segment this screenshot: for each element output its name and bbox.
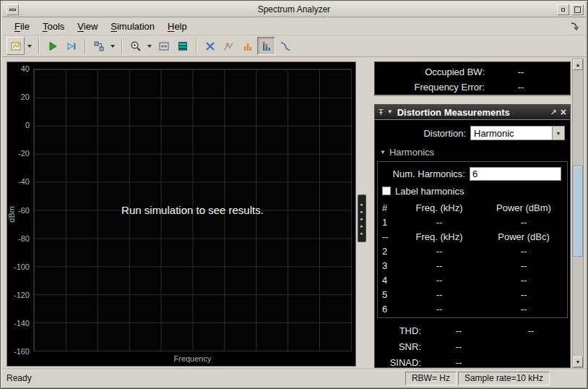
harmonics-table-header-dbm: # Freq. (kHz) Power (dBm) <box>379 200 566 215</box>
distortion-type-value: Harmonic <box>471 128 552 139</box>
undock-icon[interactable]: ↗ <box>550 108 557 116</box>
toolbar-separator <box>121 38 122 54</box>
harmonic-row-2: 2 -- -- <box>379 244 566 258</box>
harmonic-row-5: 5 -- -- <box>379 287 566 302</box>
occupied-bw-label: Occupied BW: <box>375 67 485 77</box>
scroll-up-icon: ▲ <box>576 62 581 67</box>
window-title: Spectrum Analyzer <box>2 4 586 14</box>
simulation-source-dropdown[interactable] <box>108 37 117 55</box>
expander-arrow-icon: ▸ <box>360 223 363 228</box>
toolbar <box>2 35 586 57</box>
frequency-error-row: Frequency Error: -- <box>375 80 570 95</box>
section-collapse-icon: ▼ <box>380 149 386 155</box>
titlebar: Spectrum Analyzer <box>2 2 586 17</box>
harmonic-row-1: 1 -- -- <box>379 215 566 229</box>
menu-simulation[interactable]: Simulation <box>104 19 161 34</box>
distortion-type-row: Distortion: Harmonic ▼ <box>375 125 570 141</box>
spectrogram-button[interactable] <box>173 37 191 55</box>
minimize-button[interactable] <box>557 4 569 15</box>
spectrum-settings-dropdown[interactable] <box>25 37 34 55</box>
num-harmonics-label: Num. Harmonics: <box>379 168 465 179</box>
toolbar-collapse-icon[interactable] <box>568 20 580 32</box>
scroll-down-button[interactable]: ▼ <box>573 356 583 367</box>
y-tick: 20 <box>21 93 30 101</box>
label-harmonics-label: Label harmonics <box>395 186 464 197</box>
y-tick: -120 <box>14 291 30 299</box>
harmonic-row-3: 3 -- -- <box>379 258 566 273</box>
scroll-down-icon: ▼ <box>576 359 581 364</box>
menu-tools[interactable]: Tools <box>36 19 71 34</box>
dock-pin-icon[interactable]: Ŧ <box>379 108 384 116</box>
ccdf-measurements-button[interactable] <box>276 37 294 55</box>
simulation-source-button[interactable] <box>90 37 108 55</box>
plot-message: Run simulation to see results. <box>116 202 269 217</box>
peak-finder-button[interactable] <box>220 37 238 55</box>
num-harmonics-row: Num. Harmonics: <box>379 166 566 181</box>
zoom-button[interactable] <box>126 37 144 55</box>
scroll-up-button[interactable]: ▲ <box>573 59 583 70</box>
y-tick: -60 <box>18 206 30 215</box>
combo-dropdown-icon[interactable]: ▼ <box>552 127 564 140</box>
expander-arrow-icon: ▸ <box>360 202 363 207</box>
panel-scrollbar[interactable]: ▲ ▼ <box>572 59 584 368</box>
harmonics-table-header-dbc: -- Freq. (kHz) Power (dBc) <box>379 229 566 244</box>
snr-label: SNR: <box>375 341 421 352</box>
scrollbar-thumb[interactable] <box>573 166 583 257</box>
distortion-type-label: Distortion: <box>375 128 466 139</box>
num-harmonics-input[interactable] <box>470 167 561 181</box>
harmonics-section-toggle[interactable]: ▼ Harmonics <box>375 147 570 158</box>
close-panel-icon[interactable]: × <box>561 107 566 117</box>
minimize-icon <box>561 8 565 12</box>
menu-file[interactable]: File <box>8 19 36 34</box>
channel-measurements-panel-bottom: Occupied BW: -- Frequency Error: -- <box>374 61 571 96</box>
frequency-error-value: -- <box>485 82 557 93</box>
occupied-bw-value: -- <box>485 67 557 77</box>
expander-arrow-icon: ▸ <box>360 216 363 221</box>
harmonic-row-6: 6 -- -- <box>379 302 566 316</box>
window-menu-icon <box>9 9 16 11</box>
thd-value-2: -- <box>496 325 566 336</box>
occupied-bw-row: Occupied BW: -- <box>375 64 570 80</box>
spectrum-analyzer-window: Spectrum Analyzer File Tools View Simula… <box>0 0 588 389</box>
panel-collapse-icon[interactable]: ▼ <box>387 109 393 115</box>
distortion-measurements-button[interactable] <box>257 37 275 55</box>
thd-label: THD: <box>375 325 421 336</box>
step-forward-button[interactable] <box>62 37 80 55</box>
menu-view[interactable]: View <box>71 19 104 34</box>
y-tick: 40 <box>21 64 30 73</box>
distortion-type-select[interactable]: Harmonic ▼ <box>470 126 565 140</box>
sinad-row: SINAD: -- <box>375 355 570 368</box>
cursor-measurements-button[interactable] <box>201 37 219 55</box>
spectrum-settings-button[interactable] <box>7 37 25 55</box>
span-full-view-button[interactable] <box>155 37 173 55</box>
maximize-button[interactable] <box>571 4 584 15</box>
menubar: File Tools View Simulation Help <box>2 17 586 35</box>
window-menu-button[interactable] <box>7 4 19 15</box>
toolbar-separator <box>196 38 196 54</box>
snr-row: SNR: -- <box>375 339 570 354</box>
thd-row: THD: -- -- <box>375 323 570 338</box>
label-harmonics-row[interactable]: Label harmonics <box>379 184 566 197</box>
y-axis-ticks: 40 20 0 -20 -40 -60 -80 -100 -120 -140 -… <box>9 69 31 351</box>
y-tick: -80 <box>18 234 30 243</box>
distortion-panel-header[interactable]: Ŧ ▼ Distortion Measurements ↗ × <box>375 105 570 120</box>
rbw-readout: RBW= Hz <box>405 372 457 385</box>
run-button[interactable] <box>43 37 61 55</box>
panel-expander-button[interactable]: ▸ ▸ ▸ ▸ ▸ <box>358 194 366 242</box>
maximize-icon <box>574 7 581 13</box>
y-tick: -100 <box>14 262 30 271</box>
channel-measurements-button[interactable] <box>238 37 256 55</box>
sample-rate-readout: Sample rate=10 kHz <box>458 372 550 385</box>
toolbar-separator <box>85 38 85 54</box>
toolbar-separator <box>38 38 39 54</box>
scrollbar-track[interactable] <box>573 70 583 356</box>
statusbar: Ready RBW= Hz Sample rate=10 kHz <box>2 369 586 387</box>
menu-help[interactable]: Help <box>161 19 194 34</box>
y-tick: -160 <box>14 347 30 356</box>
zoom-dropdown[interactable] <box>145 37 154 55</box>
y-tick: -20 <box>18 149 30 158</box>
y-tick: -140 <box>14 319 30 328</box>
frequency-error-label: Frequency Error: <box>375 82 485 93</box>
label-harmonics-checkbox[interactable] <box>382 187 391 195</box>
sinad-value: -- <box>421 357 496 368</box>
